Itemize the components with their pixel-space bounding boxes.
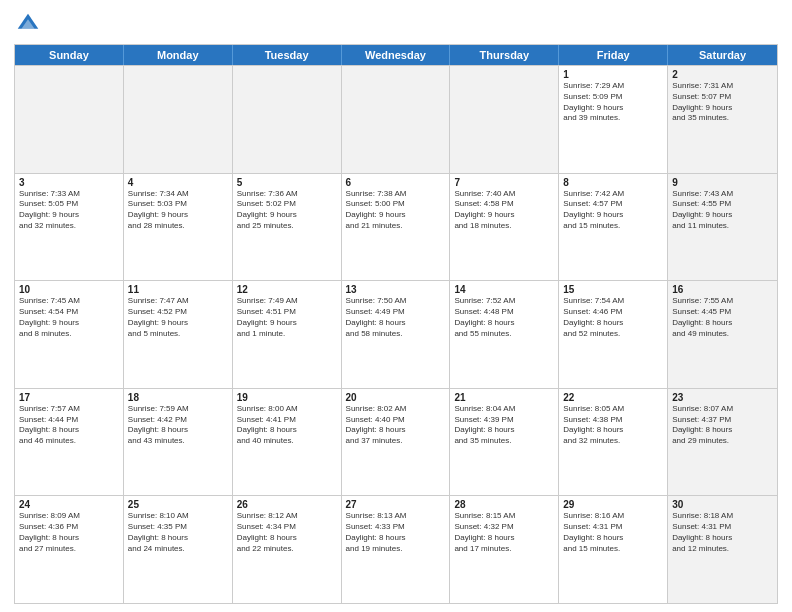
day-number: 18 bbox=[128, 392, 228, 403]
cal-cell-24: 24Sunrise: 8:09 AM Sunset: 4:36 PM Dayli… bbox=[15, 496, 124, 603]
day-info: Sunrise: 8:16 AM Sunset: 4:31 PM Dayligh… bbox=[563, 511, 663, 554]
cal-week-4: 24Sunrise: 8:09 AM Sunset: 4:36 PM Dayli… bbox=[15, 495, 777, 603]
day-number: 29 bbox=[563, 499, 663, 510]
header-day-friday: Friday bbox=[559, 45, 668, 65]
cal-cell-16: 16Sunrise: 7:55 AM Sunset: 4:45 PM Dayli… bbox=[668, 281, 777, 388]
day-info: Sunrise: 7:36 AM Sunset: 5:02 PM Dayligh… bbox=[237, 189, 337, 232]
day-number: 4 bbox=[128, 177, 228, 188]
calendar-body: 1Sunrise: 7:29 AM Sunset: 5:09 PM Daylig… bbox=[15, 65, 777, 603]
day-number: 17 bbox=[19, 392, 119, 403]
cal-cell-7: 7Sunrise: 7:40 AM Sunset: 4:58 PM Daylig… bbox=[450, 174, 559, 281]
day-info: Sunrise: 8:02 AM Sunset: 4:40 PM Dayligh… bbox=[346, 404, 446, 447]
cal-cell-15: 15Sunrise: 7:54 AM Sunset: 4:46 PM Dayli… bbox=[559, 281, 668, 388]
day-info: Sunrise: 7:42 AM Sunset: 4:57 PM Dayligh… bbox=[563, 189, 663, 232]
cal-cell-21: 21Sunrise: 8:04 AM Sunset: 4:39 PM Dayli… bbox=[450, 389, 559, 496]
day-info: Sunrise: 7:47 AM Sunset: 4:52 PM Dayligh… bbox=[128, 296, 228, 339]
day-number: 28 bbox=[454, 499, 554, 510]
cal-cell-13: 13Sunrise: 7:50 AM Sunset: 4:49 PM Dayli… bbox=[342, 281, 451, 388]
cal-cell-28: 28Sunrise: 8:15 AM Sunset: 4:32 PM Dayli… bbox=[450, 496, 559, 603]
header-day-wednesday: Wednesday bbox=[342, 45, 451, 65]
cal-cell-22: 22Sunrise: 8:05 AM Sunset: 4:38 PM Dayli… bbox=[559, 389, 668, 496]
cal-cell-empty-1 bbox=[124, 66, 233, 173]
day-number: 12 bbox=[237, 284, 337, 295]
cal-cell-5: 5Sunrise: 7:36 AM Sunset: 5:02 PM Daylig… bbox=[233, 174, 342, 281]
logo-icon bbox=[14, 10, 42, 38]
day-info: Sunrise: 7:33 AM Sunset: 5:05 PM Dayligh… bbox=[19, 189, 119, 232]
header-day-saturday: Saturday bbox=[668, 45, 777, 65]
cal-cell-18: 18Sunrise: 7:59 AM Sunset: 4:42 PM Dayli… bbox=[124, 389, 233, 496]
logo bbox=[14, 10, 46, 38]
day-number: 9 bbox=[672, 177, 773, 188]
day-info: Sunrise: 7:49 AM Sunset: 4:51 PM Dayligh… bbox=[237, 296, 337, 339]
cal-week-1: 3Sunrise: 7:33 AM Sunset: 5:05 PM Daylig… bbox=[15, 173, 777, 281]
day-number: 8 bbox=[563, 177, 663, 188]
day-number: 20 bbox=[346, 392, 446, 403]
day-info: Sunrise: 7:54 AM Sunset: 4:46 PM Dayligh… bbox=[563, 296, 663, 339]
cal-cell-26: 26Sunrise: 8:12 AM Sunset: 4:34 PM Dayli… bbox=[233, 496, 342, 603]
day-number: 21 bbox=[454, 392, 554, 403]
page: SundayMondayTuesdayWednesdayThursdayFrid… bbox=[0, 0, 792, 612]
cal-cell-27: 27Sunrise: 8:13 AM Sunset: 4:33 PM Dayli… bbox=[342, 496, 451, 603]
day-info: Sunrise: 8:09 AM Sunset: 4:36 PM Dayligh… bbox=[19, 511, 119, 554]
day-info: Sunrise: 8:15 AM Sunset: 4:32 PM Dayligh… bbox=[454, 511, 554, 554]
cal-cell-19: 19Sunrise: 8:00 AM Sunset: 4:41 PM Dayli… bbox=[233, 389, 342, 496]
day-number: 5 bbox=[237, 177, 337, 188]
day-number: 25 bbox=[128, 499, 228, 510]
cal-cell-9: 9Sunrise: 7:43 AM Sunset: 4:55 PM Daylig… bbox=[668, 174, 777, 281]
day-info: Sunrise: 7:38 AM Sunset: 5:00 PM Dayligh… bbox=[346, 189, 446, 232]
day-info: Sunrise: 7:57 AM Sunset: 4:44 PM Dayligh… bbox=[19, 404, 119, 447]
day-number: 14 bbox=[454, 284, 554, 295]
day-info: Sunrise: 7:55 AM Sunset: 4:45 PM Dayligh… bbox=[672, 296, 773, 339]
day-info: Sunrise: 8:00 AM Sunset: 4:41 PM Dayligh… bbox=[237, 404, 337, 447]
cal-cell-25: 25Sunrise: 8:10 AM Sunset: 4:35 PM Dayli… bbox=[124, 496, 233, 603]
cal-cell-20: 20Sunrise: 8:02 AM Sunset: 4:40 PM Dayli… bbox=[342, 389, 451, 496]
day-info: Sunrise: 8:13 AM Sunset: 4:33 PM Dayligh… bbox=[346, 511, 446, 554]
calendar-header: SundayMondayTuesdayWednesdayThursdayFrid… bbox=[15, 45, 777, 65]
day-number: 26 bbox=[237, 499, 337, 510]
cal-cell-empty-0 bbox=[15, 66, 124, 173]
day-number: 23 bbox=[672, 392, 773, 403]
day-info: Sunrise: 7:34 AM Sunset: 5:03 PM Dayligh… bbox=[128, 189, 228, 232]
day-info: Sunrise: 8:12 AM Sunset: 4:34 PM Dayligh… bbox=[237, 511, 337, 554]
cal-cell-6: 6Sunrise: 7:38 AM Sunset: 5:00 PM Daylig… bbox=[342, 174, 451, 281]
day-number: 16 bbox=[672, 284, 773, 295]
cal-cell-empty-4 bbox=[450, 66, 559, 173]
day-number: 11 bbox=[128, 284, 228, 295]
day-info: Sunrise: 8:05 AM Sunset: 4:38 PM Dayligh… bbox=[563, 404, 663, 447]
cal-week-0: 1Sunrise: 7:29 AM Sunset: 5:09 PM Daylig… bbox=[15, 65, 777, 173]
header-day-monday: Monday bbox=[124, 45, 233, 65]
cal-cell-30: 30Sunrise: 8:18 AM Sunset: 4:31 PM Dayli… bbox=[668, 496, 777, 603]
cal-cell-8: 8Sunrise: 7:42 AM Sunset: 4:57 PM Daylig… bbox=[559, 174, 668, 281]
day-info: Sunrise: 7:52 AM Sunset: 4:48 PM Dayligh… bbox=[454, 296, 554, 339]
cal-cell-17: 17Sunrise: 7:57 AM Sunset: 4:44 PM Dayli… bbox=[15, 389, 124, 496]
day-number: 27 bbox=[346, 499, 446, 510]
day-info: Sunrise: 8:10 AM Sunset: 4:35 PM Dayligh… bbox=[128, 511, 228, 554]
day-number: 10 bbox=[19, 284, 119, 295]
day-info: Sunrise: 8:04 AM Sunset: 4:39 PM Dayligh… bbox=[454, 404, 554, 447]
cal-week-3: 17Sunrise: 7:57 AM Sunset: 4:44 PM Dayli… bbox=[15, 388, 777, 496]
calendar: SundayMondayTuesdayWednesdayThursdayFrid… bbox=[14, 44, 778, 604]
cal-cell-empty-3 bbox=[342, 66, 451, 173]
day-number: 2 bbox=[672, 69, 773, 80]
day-number: 22 bbox=[563, 392, 663, 403]
day-number: 7 bbox=[454, 177, 554, 188]
cal-cell-empty-2 bbox=[233, 66, 342, 173]
day-number: 19 bbox=[237, 392, 337, 403]
cal-week-2: 10Sunrise: 7:45 AM Sunset: 4:54 PM Dayli… bbox=[15, 280, 777, 388]
day-info: Sunrise: 7:29 AM Sunset: 5:09 PM Dayligh… bbox=[563, 81, 663, 124]
day-info: Sunrise: 7:59 AM Sunset: 4:42 PM Dayligh… bbox=[128, 404, 228, 447]
day-info: Sunrise: 7:40 AM Sunset: 4:58 PM Dayligh… bbox=[454, 189, 554, 232]
cal-cell-3: 3Sunrise: 7:33 AM Sunset: 5:05 PM Daylig… bbox=[15, 174, 124, 281]
cal-cell-4: 4Sunrise: 7:34 AM Sunset: 5:03 PM Daylig… bbox=[124, 174, 233, 281]
header bbox=[14, 10, 778, 38]
day-number: 13 bbox=[346, 284, 446, 295]
header-day-tuesday: Tuesday bbox=[233, 45, 342, 65]
header-day-thursday: Thursday bbox=[450, 45, 559, 65]
day-number: 1 bbox=[563, 69, 663, 80]
cal-cell-11: 11Sunrise: 7:47 AM Sunset: 4:52 PM Dayli… bbox=[124, 281, 233, 388]
day-info: Sunrise: 7:50 AM Sunset: 4:49 PM Dayligh… bbox=[346, 296, 446, 339]
day-info: Sunrise: 7:43 AM Sunset: 4:55 PM Dayligh… bbox=[672, 189, 773, 232]
cal-cell-12: 12Sunrise: 7:49 AM Sunset: 4:51 PM Dayli… bbox=[233, 281, 342, 388]
day-number: 6 bbox=[346, 177, 446, 188]
header-day-sunday: Sunday bbox=[15, 45, 124, 65]
